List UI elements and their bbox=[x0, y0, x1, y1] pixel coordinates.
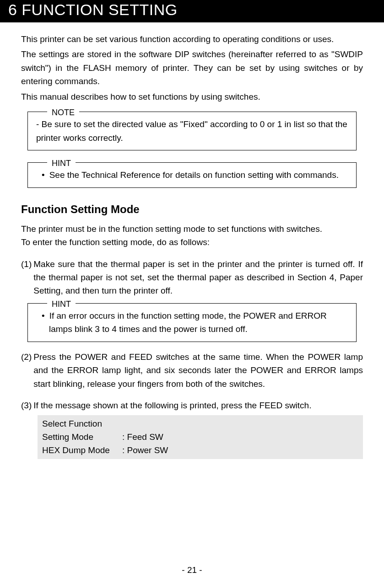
step-3-number: (3) bbox=[21, 399, 33, 412]
step-3: (3) If the message shown at the followin… bbox=[21, 399, 363, 412]
step-1-number: (1) bbox=[21, 257, 33, 298]
printout-row1-col1: Setting Mode bbox=[42, 430, 122, 444]
printout-row2-col2: : Power SW bbox=[122, 444, 168, 457]
intro-paragraph-2: The settings are stored in the software … bbox=[21, 48, 363, 88]
hint-1-bullet: See the Technical Reference for details … bbox=[36, 168, 348, 182]
intro-paragraph-3: This manual describes how to set functio… bbox=[21, 90, 363, 103]
intro-paragraph-1: This printer can be set various function… bbox=[21, 32, 363, 46]
step-2-text: Press the POWER and FEED switches at the… bbox=[33, 350, 363, 390]
hint-label-1: HINT bbox=[47, 157, 76, 170]
note-label: NOTE bbox=[47, 107, 79, 119]
printout-line1: Select Function bbox=[42, 417, 358, 430]
step-1-text: Make sure that the thermal paper is set … bbox=[33, 257, 363, 298]
printout-row2: HEX Dump Mode : Power SW bbox=[42, 444, 358, 457]
page-number: - 21 - bbox=[0, 565, 384, 575]
section-intro: The printer must be in the function sett… bbox=[21, 222, 363, 249]
hint-label-2: HINT bbox=[47, 298, 76, 311]
note-box: NOTE - Be sure to set the directed value… bbox=[27, 112, 357, 150]
page-content: This printer can be set various function… bbox=[0, 22, 384, 459]
note-text: - Be sure to set the directed value as "… bbox=[36, 118, 348, 144]
chapter-header: 6 FUNCTION SETTING bbox=[0, 0, 384, 22]
step-1: (1) Make sure that the thermal paper is … bbox=[21, 257, 363, 298]
step-3-text: If the message shown at the following is… bbox=[33, 399, 363, 412]
printout-box: Select Function Setting Mode : Feed SW H… bbox=[38, 415, 363, 459]
printout-row1-col2: : Feed SW bbox=[122, 430, 163, 444]
step-2-number: (2) bbox=[21, 350, 33, 390]
hint-2-bullet: If an error occurs in the function setti… bbox=[36, 309, 348, 336]
section-title: Function Setting Mode bbox=[21, 201, 363, 218]
hint-box-1: HINT See the Technical Reference for det… bbox=[27, 162, 357, 187]
step-2: (2) Press the POWER and FEED switches at… bbox=[21, 350, 363, 390]
section-intro-line1: The printer must be in the function sett… bbox=[21, 222, 363, 235]
printout-row1: Setting Mode : Feed SW bbox=[42, 430, 358, 444]
section-intro-line2: To enter the function setting mode, do a… bbox=[21, 235, 363, 249]
hint-box-2: HINT If an error occurs in the function … bbox=[27, 303, 357, 342]
printout-row2-col1: HEX Dump Mode bbox=[42, 444, 122, 457]
